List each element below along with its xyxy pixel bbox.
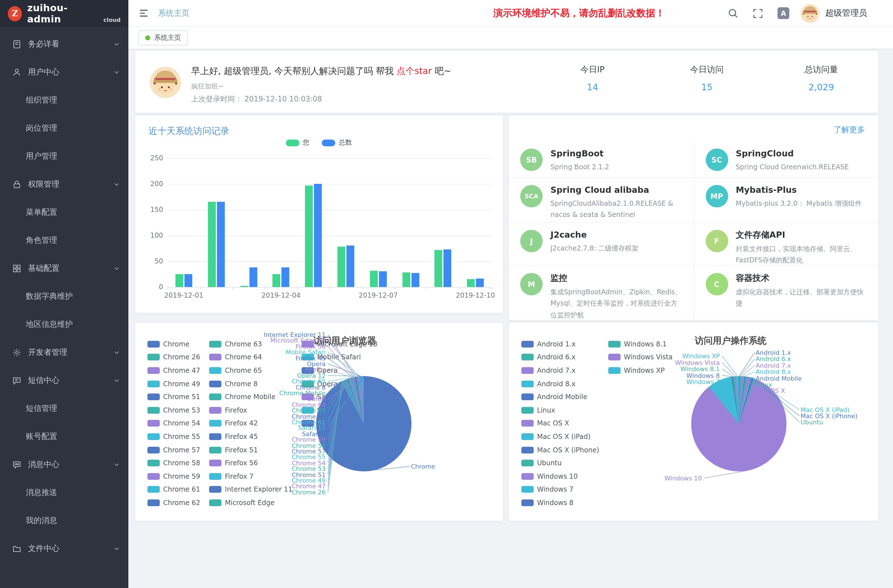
sidebar-item[interactable]: 数据字典维护: [0, 283, 128, 311]
legend-item[interactable]: Mac OS X: [521, 420, 599, 427]
axis-tick: [200, 287, 201, 289]
bar-you: [305, 185, 313, 287]
axis-tick: [297, 287, 298, 289]
legend-item[interactable]: Chrome 53: [147, 406, 200, 414]
legend-item[interactable]: Firefox 45: [209, 433, 292, 441]
legend-item[interactable]: Android 6.x: [521, 353, 599, 361]
legend-item[interactable]: Firefox 42: [209, 420, 292, 427]
legend-item[interactable]: Windows 8.1: [608, 340, 673, 348]
legend-item[interactable]: Internet Explorer 11: [209, 486, 292, 493]
legend-swatch: [521, 394, 534, 400]
legend-item[interactable]: Chrome 58: [147, 459, 200, 467]
tech-item[interactable]: SCSpringCloudSpring Cloud Greenwich.RELE…: [694, 141, 878, 177]
sidebar-item[interactable]: 开发者管理: [0, 338, 128, 367]
legend-item[interactable]: Chrome 54: [147, 420, 200, 427]
legend-item[interactable]: Chrome 64: [209, 353, 292, 361]
legend-item[interactable]: Chrome 8: [209, 380, 292, 388]
legend-item[interactable]: Chrome 57: [147, 446, 200, 454]
search-icon[interactable]: [728, 8, 738, 18]
sidebar-item[interactable]: 务必详看: [0, 30, 128, 58]
legend-item[interactable]: Chrome 65: [209, 367, 292, 374]
breadcrumb[interactable]: 系统主页: [158, 8, 189, 18]
legend-item[interactable]: Android 1.x: [521, 340, 599, 348]
legend-item[interactable]: Android Mobile: [521, 393, 599, 401]
pie-label: Chrome 26: [292, 489, 326, 496]
font-size-icon[interactable]: A: [777, 7, 789, 19]
legend-item[interactable]: Ubuntu: [521, 459, 599, 467]
main-column: 系统主页 演示环境维护不易，请勿乱删乱改数据！ A 超级管理员 系统主页: [128, 0, 893, 588]
legend-item[interactable]: Chrome 59: [147, 472, 200, 480]
tech-item[interactable]: JJ2cacheJ2cache2.7.8: 二级缓存框架: [509, 222, 694, 265]
legend-item[interactable]: Windows Vista: [608, 353, 673, 361]
legend-item[interactable]: Windows 10: [521, 472, 599, 480]
legend-item[interactable]: Firefox 56: [209, 459, 292, 467]
legend-item[interactable]: Windows 8: [521, 499, 599, 507]
username[interactable]: 超级管理员: [825, 8, 867, 18]
tech-item[interactable]: SCASpring Cloud alibabaSpringCloudAlibab…: [509, 177, 694, 222]
bar-you: [273, 274, 281, 287]
legend-swatch: [608, 367, 621, 374]
legend-item[interactable]: Windows 7: [521, 486, 599, 493]
sidebar-item[interactable]: 文件中心: [0, 535, 128, 563]
legend-label: Microsoft Edge: [225, 499, 274, 507]
legend-item[interactable]: Chrome 26: [147, 353, 200, 361]
tech-item[interactable]: M监控集成SpringBootAdmin、Zipkin、Redis、Mysql、…: [509, 265, 694, 320]
tech-item[interactable]: SBSpringBootSpring Boot 2.1.2: [509, 141, 694, 177]
sidebar-item[interactable]: 短信管理: [0, 395, 128, 423]
legend-item[interactable]: Mac OS X (iPad): [521, 433, 599, 441]
tech-item[interactable]: MPMybatis-PlusMybatis-plus 3.2.0： Mybati…: [694, 177, 878, 222]
legend-item[interactable]: Chrome 47: [147, 367, 200, 374]
fullscreen-icon[interactable]: [753, 8, 763, 18]
sidebar-item[interactable]: 我的消息: [0, 507, 128, 535]
stat-value: 2,029: [764, 82, 878, 92]
legend-item[interactable]: Firefox 51: [209, 446, 292, 454]
learn-more-link[interactable]: 了解更多: [834, 125, 865, 135]
legend-item[interactable]: Android 7.x: [521, 367, 599, 374]
sidebar-item[interactable]: 用户管理: [0, 142, 128, 170]
legend-item[interactable]: Chrome 49: [147, 380, 200, 388]
tab-home[interactable]: 系统主页: [138, 30, 188, 45]
legend-swatch: [521, 499, 534, 506]
legend-item[interactable]: Chrome 62: [147, 499, 200, 507]
legend-item[interactable]: Chrome 55: [147, 433, 200, 441]
legend-item[interactable]: Mac OS X (iPhone): [521, 446, 599, 454]
pie-label: Android Mobile: [756, 375, 801, 382]
legend-item[interactable]: Linux: [521, 406, 599, 414]
collapse-menu-icon[interactable]: [138, 8, 149, 18]
legend-item[interactable]: Windows XP: [608, 367, 673, 374]
sidebar-item[interactable]: 短信中心: [0, 367, 128, 395]
stat: 今日IP14: [535, 65, 650, 92]
browser-pie[interactable]: [316, 376, 412, 471]
legend-item[interactable]: Chrome 51: [147, 393, 200, 401]
sidebar-item[interactable]: 权限管理: [0, 170, 128, 199]
sidebar-item[interactable]: 用户中心: [0, 58, 128, 86]
sms-icon: [12, 376, 21, 385]
sidebar-item[interactable]: 菜单配置: [0, 199, 128, 226]
legend-item[interactable]: Firefox 7: [209, 472, 292, 480]
sidebar-item[interactable]: 消息推送: [0, 479, 128, 507]
sidebar-item[interactable]: 地区信息维护: [0, 311, 128, 338]
legend-item[interactable]: Android 8.x: [521, 380, 599, 388]
sidebar-item[interactable]: 基础配置: [0, 254, 128, 283]
legend-item[interactable]: Chrome 61: [147, 486, 200, 493]
legend-item[interactable]: Chrome: [147, 340, 200, 348]
tech-item[interactable]: F文件存储API封装文件接口，实现本地存储、阿里云、FastDFS存储的配置化: [694, 222, 878, 265]
axis-tick: [362, 287, 363, 289]
y-axis-label: 200: [142, 180, 163, 188]
stat-label: 今日访问: [650, 65, 764, 75]
sidebar-item[interactable]: 角色管理: [0, 226, 128, 254]
legend-item[interactable]: Microsoft Edge: [209, 499, 292, 507]
legend-swatch: [209, 420, 221, 427]
star-link[interactable]: 点个star: [397, 66, 432, 76]
sidebar-item[interactable]: 消息中心: [0, 451, 128, 479]
sidebar-item[interactable]: 组织管理: [0, 86, 128, 114]
tech-text: J2cacheJ2cache2.7.8: 二级缓存框架: [550, 229, 639, 261]
tech-item[interactable]: C容器技术虚拟化容器技术，让迁移、部署更加方便快捷: [694, 265, 878, 320]
legend-item[interactable]: Firefox: [209, 406, 292, 414]
legend-label: Mac OS X (iPad): [537, 433, 591, 441]
sidebar-item[interactable]: 账号配置: [0, 423, 128, 451]
legend-label: Windows 8.1: [624, 340, 667, 348]
legend-swatch: [521, 367, 534, 374]
avatar[interactable]: [800, 4, 819, 23]
sidebar-item[interactable]: 岗位管理: [0, 114, 128, 142]
